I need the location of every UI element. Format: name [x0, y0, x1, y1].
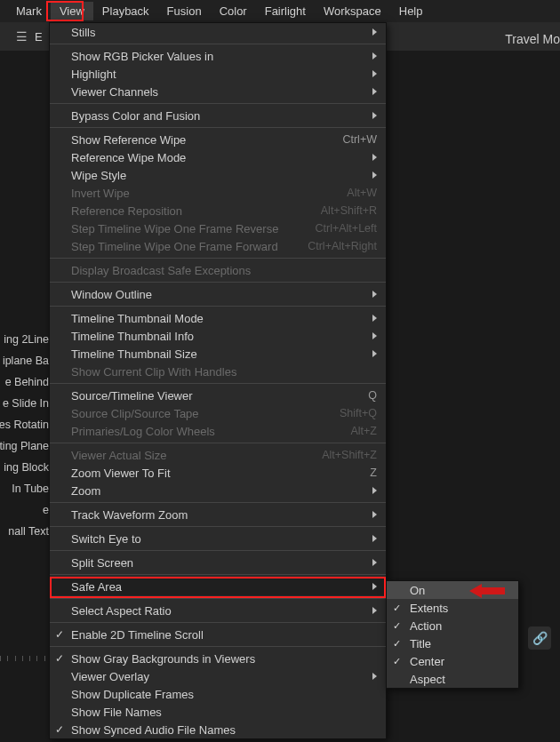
menu-item-label: Show RGB Picker Values in [71, 50, 365, 63]
menu-item-step-timeline-wipe-one-frame-forward: Step Timeline Wipe One Frame ForwardCtrl… [50, 237, 386, 255]
menu-shortcut: Ctrl+Alt+Right [299, 240, 377, 252]
menu-mark[interactable]: Mark [7, 2, 51, 20]
menu-item-label: Highlight [71, 68, 365, 81]
list-icon[interactable]: ☰ [16, 29, 28, 44]
menu-item-select-aspect-ratio[interactable]: Select Aspect Ratio [50, 602, 386, 619]
menu-item-wipe-style[interactable]: Wipe Style [50, 166, 386, 184]
menu-separator [50, 622, 386, 623]
menu-item-label: Stills [71, 26, 365, 39]
menu-separator [50, 646, 386, 647]
menu-separator [50, 443, 386, 443]
menu-item-label: Track Waveform Zoom [71, 508, 365, 522]
menu-item-show-current-clip-with-handles: Show Current Clip With Handles [50, 363, 386, 380]
menu-item-reference-reposition: Reference RepositionAlt+Shift+R [50, 202, 386, 219]
menu-separator [50, 44, 386, 44]
menu-item-stills[interactable]: Stills [50, 23, 386, 41]
submenu-item-center[interactable]: ✓Center [387, 652, 518, 670]
menu-item-label: Show Current Clip With Handles [71, 365, 377, 379]
view-dropdown: StillsShow RGB Picker Values inHighlight… [49, 22, 387, 739]
menu-item-highlight[interactable]: Highlight [50, 65, 386, 83]
chevron-right-icon [372, 315, 377, 322]
menu-item-source-timeline-viewer[interactable]: Source/Timeline ViewerQ [50, 387, 386, 404]
menu-separator [50, 306, 386, 307]
menu-item-safe-area[interactable]: Safe Area [50, 578, 386, 595]
menu-separator [50, 598, 386, 599]
menu-item-timeline-thumbnail-info[interactable]: Timeline Thumbnail Info [50, 327, 386, 345]
menu-item-reference-wipe-mode[interactable]: Reference Wipe Mode [50, 148, 386, 166]
menu-fairlight[interactable]: Fairlight [256, 2, 315, 20]
menu-item-bypass-color-and-fusion[interactable]: Bypass Color and Fusion [50, 107, 386, 124]
menu-item-label: Source/Timeline Viewer [71, 389, 359, 403]
background-clip-list: ing 2Line iplane Ba e Behind e Slide In … [0, 329, 49, 542]
menu-item-label: Safe Area [71, 580, 365, 594]
menu-shortcut: Z [361, 467, 377, 479]
menu-item-label: Window Outline [71, 288, 365, 301]
submenu-item-aspect[interactable]: Aspect [387, 670, 518, 688]
chevron-right-icon [372, 535, 377, 542]
check-icon: ✓ [393, 656, 401, 667]
submenu-item-extents[interactable]: ✓Extents [387, 599, 518, 617]
menu-shortcut: Q [359, 389, 377, 402]
menu-item-track-waveform-zoom[interactable]: Track Waveform Zoom [50, 506, 386, 523]
menu-item-show-reference-wipe[interactable]: Show Reference WipeCtrl+W [50, 131, 386, 148]
menu-shortcut: Alt+Z [341, 425, 377, 437]
menu-item-switch-eye-to[interactable]: Switch Eye to [50, 530, 386, 547]
menu-item-split-screen[interactable]: Split Screen [50, 554, 386, 571]
menu-item-show-rgb-picker-values-in[interactable]: Show RGB Picker Values in [50, 47, 386, 65]
menu-item-label: Switch Eye to [71, 532, 365, 546]
submenu-item-action[interactable]: ✓Action [387, 617, 518, 634]
check-icon: ✓ [393, 638, 401, 650]
check-icon: ✓ [393, 620, 401, 632]
menu-item-show-gray-backgrounds-in-viewers[interactable]: ✓Show Gray Backgrounds in Viewers [50, 650, 386, 667]
menu-separator [50, 550, 386, 551]
submenu-item-label: Center [410, 655, 444, 668]
chevron-right-icon [372, 88, 377, 95]
menu-item-label: Viewer Overlay [71, 670, 365, 683]
menu-fusion[interactable]: Fusion [158, 2, 211, 20]
chevron-right-icon [372, 559, 377, 566]
menu-item-enable-2d-timeline-scroll[interactable]: ✓Enable 2D Timeline Scroll [50, 626, 386, 643]
viewer-title-fragment: Travel Mo [505, 28, 560, 50]
chevron-right-icon [372, 673, 377, 680]
menubar: Mark View Playback Fusion Color Fairligh… [0, 0, 560, 22]
menu-separator [50, 258, 386, 259]
menu-item-label: Zoom [71, 484, 365, 498]
menu-item-show-duplicate-frames[interactable]: Show Duplicate Frames [50, 685, 386, 703]
menu-workspace[interactable]: Workspace [315, 2, 390, 20]
menu-separator [50, 103, 386, 104]
chevron-right-icon [372, 70, 377, 77]
menu-item-label: Show Gray Backgrounds in Viewers [71, 652, 377, 666]
menu-item-viewer-actual-size: Viewer Actual SizeAlt+Shift+Z [50, 446, 386, 464]
check-icon: ✓ [393, 602, 401, 614]
menu-separator [50, 526, 386, 527]
menu-separator [50, 383, 386, 384]
menu-separator [50, 282, 386, 283]
menu-item-window-outline[interactable]: Window Outline [50, 285, 386, 303]
link-icon[interactable]: 🔗 [528, 626, 551, 650]
menu-item-label: Step Timeline Wipe One Frame Reverse [71, 222, 307, 235]
menu-item-timeline-thumbnail-mode[interactable]: Timeline Thumbnail Mode [50, 309, 386, 327]
menu-item-label: Show Duplicate Frames [71, 688, 377, 701]
menu-item-label: Timeline Thumbnail Mode [71, 312, 365, 325]
menu-item-label: Reference Reposition [71, 204, 312, 218]
menu-color[interactable]: Color [211, 2, 256, 20]
menu-shortcut: Alt+Shift+R [312, 204, 377, 217]
submenu-item-title[interactable]: ✓Title [387, 634, 518, 652]
menu-item-label: Reference Wipe Mode [71, 151, 365, 164]
menu-help[interactable]: Help [390, 2, 432, 20]
menu-view[interactable]: View [51, 2, 93, 20]
menu-item-viewer-overlay[interactable]: Viewer Overlay [50, 667, 386, 685]
chevron-right-icon [372, 583, 377, 590]
menu-item-display-broadcast-safe-exceptions: Display Broadcast Safe Exceptions [50, 261, 386, 279]
menu-item-show-synced-audio-file-names[interactable]: ✓Show Synced Audio File Names [50, 721, 386, 738]
menu-item-zoom-viewer-to-fit[interactable]: Zoom Viewer To FitZ [50, 464, 386, 482]
menu-item-label: Enable 2D Timeline Scroll [71, 628, 377, 642]
check-icon: ✓ [55, 628, 64, 641]
menu-item-label: Show Synced Audio File Names [71, 723, 377, 737]
menu-item-timeline-thumbnail-size[interactable]: Timeline Thumbnail Size [50, 345, 386, 363]
menu-playback[interactable]: Playback [93, 2, 158, 20]
menu-item-show-file-names[interactable]: Show File Names [50, 703, 386, 721]
menu-item-zoom[interactable]: Zoom [50, 482, 386, 499]
menu-shortcut: Ctrl+Alt+Left [307, 222, 377, 235]
menu-item-viewer-channels[interactable]: Viewer Channels [50, 83, 386, 100]
